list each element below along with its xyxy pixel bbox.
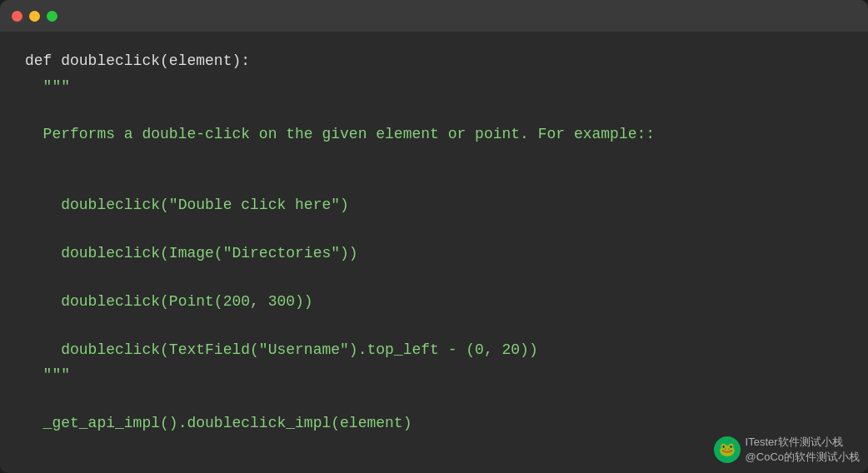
code-line-example1: doubleclick("Double click here") xyxy=(25,192,843,218)
code-line-def: def doubleclick(element): xyxy=(25,48,843,74)
code-area: def doubleclick(element): """ Performs a… xyxy=(0,32,868,473)
blank-line-2 xyxy=(25,147,843,170)
terminal-window: def doubleclick(element): """ Performs a… xyxy=(0,0,868,473)
maximize-button[interactable] xyxy=(47,11,57,22)
watermark-icon: 🐸 xyxy=(714,436,741,463)
code-line-example2: doubleclick(Image("Directories")) xyxy=(25,241,843,266)
blank-line-1 xyxy=(25,99,843,122)
blank-line-6 xyxy=(25,315,843,337)
code-line-triple-close: """ xyxy=(25,362,843,388)
code-line-impl: _get_api_impl().doubleclick_impl(element… xyxy=(25,411,843,436)
code-line-example4: doubleclick(TextField("Username").top_le… xyxy=(25,337,843,363)
watermark: 🐸 ITester软件测试小栈 @CoCo的软件测试小栈 xyxy=(714,435,860,465)
close-button[interactable] xyxy=(12,11,22,22)
titlebar xyxy=(0,0,868,32)
blank-line-3 xyxy=(25,170,843,192)
blank-line-5 xyxy=(25,266,843,289)
blank-line-4 xyxy=(25,218,843,241)
watermark-text: ITester软件测试小栈 @CoCo的软件测试小栈 xyxy=(746,435,860,465)
blank-line-7 xyxy=(25,388,843,411)
watermark-line1: ITester软件测试小栈 xyxy=(746,435,860,450)
minimize-button[interactable] xyxy=(29,11,40,22)
code-line-docstring: Performs a double-click on the given ele… xyxy=(25,122,843,147)
watermark-line2: @CoCo的软件测试小栈 xyxy=(746,450,860,465)
code-line-example3: doubleclick(Point(200, 300)) xyxy=(25,289,843,315)
code-line-triple-open: """ xyxy=(25,74,843,100)
